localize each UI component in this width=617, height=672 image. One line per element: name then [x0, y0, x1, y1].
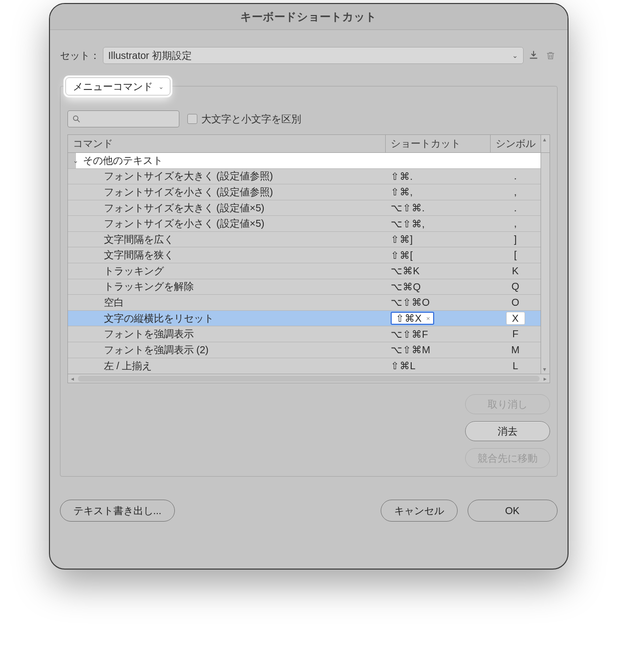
- set-row: セット： Illustrator 初期設定 ⌄: [60, 47, 558, 64]
- symbol-edit-field[interactable]: X: [506, 312, 525, 325]
- shortcut-label: ⇧⌘]: [391, 233, 414, 245]
- scroll-left-icon: ◂: [68, 375, 77, 382]
- export-text-button[interactable]: テキスト書き出し...: [60, 500, 175, 522]
- dialog-titlebar: キーボードショートカット: [50, 4, 568, 30]
- table-row[interactable]: 文字の縦横比をリセット⇧⌘X×X: [68, 311, 541, 327]
- save-set-button[interactable]: [527, 48, 541, 62]
- goto-conflict-button[interactable]: 競合先に移動: [465, 448, 550, 468]
- shortcut-label: ⌥⌘K: [391, 265, 420, 277]
- shortcut-label: ⌥⇧⌘,: [391, 218, 426, 230]
- symbol-label: K: [512, 265, 519, 277]
- chevron-down-icon: ⌄: [512, 51, 518, 59]
- shortcut-label: ⇧⌘,: [391, 186, 414, 198]
- case-sensitive-checkbox[interactable]: 大文字と小文字を区別: [187, 112, 301, 126]
- table-row[interactable]: フォントサイズを大きく (設定値×5)⌥⇧⌘..: [68, 200, 541, 216]
- scroll-track: [78, 376, 540, 382]
- trash-icon: [546, 50, 556, 61]
- chevron-down-icon: ⌄: [158, 83, 164, 90]
- table-row[interactable]: フォントサイズを小さく (設定値×5)⌥⇧⌘,,: [68, 216, 541, 232]
- category-select[interactable]: メニューコマンド ⌄: [65, 77, 170, 95]
- table-row[interactable]: 文字間隔を狭く⇧⌘[[: [68, 247, 541, 263]
- shortcut-label: ⇧⌘[: [391, 249, 414, 261]
- table-body: ⌄ その他のテキスト フォントサイズを大きく (設定値参照)⇧⌘..フォントサイ…: [68, 153, 541, 374]
- column-symbol[interactable]: シンボル: [491, 135, 541, 152]
- category-select-value: メニューコマンド: [73, 80, 153, 93]
- command-label: 文字間隔を狭く: [104, 248, 174, 262]
- symbol-label: ,: [514, 218, 517, 229]
- command-label: フォントサイズを大きく (設定値×5): [104, 201, 265, 215]
- dialog-content: セット： Illustrator 初期設定 ⌄: [50, 30, 568, 569]
- shortcut-label: ⌥⇧⌘M: [391, 344, 431, 356]
- set-label: セット：: [60, 49, 100, 62]
- shortcuts-table: コマンド ショートカット シンボル ▴ ⌄ その他のテキスト: [67, 134, 550, 383]
- column-command[interactable]: コマンド: [68, 135, 386, 152]
- symbol-label: [: [514, 249, 517, 261]
- command-label: 文字間隔を広く: [104, 233, 174, 246]
- command-label: フォントを強調表示: [104, 327, 194, 341]
- scroll-down-icon: ▾: [543, 366, 546, 373]
- command-label: トラッキング: [104, 264, 164, 278]
- symbol-label: F: [512, 328, 518, 340]
- table-row[interactable]: フォントサイズを小さく (設定値参照)⇧⌘,,: [68, 184, 541, 200]
- table-row[interactable]: フォントを強調表示 (2)⌥⇧⌘MM: [68, 342, 541, 358]
- symbol-label: L: [513, 360, 518, 372]
- set-select-value: Illustrator 初期設定: [108, 49, 192, 62]
- symbol-label: .: [514, 202, 517, 214]
- svg-point-0: [73, 116, 78, 120]
- group-row[interactable]: ⌄ その他のテキスト: [68, 153, 541, 169]
- table-row[interactable]: フォントを強調表示⌥⇧⌘FF: [68, 326, 541, 342]
- shortcut-label: ⇧⌘.: [391, 170, 414, 182]
- horizontal-scrollbar[interactable]: ◂ ▸: [68, 374, 550, 383]
- vertical-scrollbar[interactable]: ▾: [541, 153, 550, 374]
- table-header: コマンド ショートカット シンボル ▴: [68, 135, 550, 153]
- ok-button[interactable]: OK: [468, 500, 558, 522]
- download-icon: [528, 50, 539, 61]
- set-select[interactable]: Illustrator 初期設定 ⌄: [103, 47, 524, 64]
- search-row: 大文字と小文字を区別: [67, 110, 550, 127]
- scroll-up-icon: ▴: [543, 136, 546, 143]
- side-buttons: 取り消し 消去 競合先に移動: [67, 394, 550, 468]
- shortcut-edit-field[interactable]: ⇧⌘X×: [391, 312, 434, 325]
- search-icon: [72, 114, 81, 123]
- command-label: フォントサイズを小さく (設定値×5): [104, 217, 265, 230]
- symbol-label: M: [511, 344, 520, 356]
- case-sensitive-label: 大文字と小文字を区別: [201, 112, 301, 126]
- shortcut-label: ⌥⇧⌘F: [391, 328, 429, 340]
- dialog-footer: テキスト書き出し... キャンセル OK: [60, 500, 558, 522]
- column-shortcut[interactable]: ショートカット: [386, 135, 491, 152]
- clear-button[interactable]: 消去: [465, 421, 550, 441]
- command-label: 左 / 上揃え: [104, 359, 152, 373]
- scroll-right-icon: ▸: [541, 375, 550, 382]
- vertical-scrollbar-header[interactable]: ▴: [541, 135, 550, 152]
- command-label: 空白: [104, 296, 124, 309]
- cancel-button[interactable]: キャンセル: [381, 500, 458, 522]
- shortcuts-group: メニューコマンド ⌄ 大文字と小文字を区別: [60, 86, 558, 477]
- shortcut-label: ⌥⌘Q: [391, 281, 422, 293]
- symbol-label: ]: [514, 234, 517, 245]
- undo-button[interactable]: 取り消し: [465, 394, 550, 414]
- chevron-down-icon: ⌄: [72, 157, 80, 164]
- table-row[interactable]: 空白⌥⇧⌘OO: [68, 295, 541, 311]
- clear-shortcut-icon[interactable]: ×: [426, 315, 431, 322]
- table-row[interactable]: 左 / 上揃え⇧⌘LL: [68, 358, 541, 374]
- shortcut-label: ⌥⇧⌘O: [391, 296, 431, 308]
- table-row[interactable]: 文字間隔を広く⇧⌘]]: [68, 232, 541, 248]
- shortcut-label: ⇧⌘L: [391, 360, 416, 372]
- symbol-label: O: [512, 297, 520, 308]
- table-row[interactable]: トラッキング⌥⌘KK: [68, 263, 541, 279]
- table-row[interactable]: トラッキングを解除⌥⌘QQ: [68, 279, 541, 295]
- delete-set-button[interactable]: [544, 48, 558, 62]
- command-label: トラッキングを解除: [104, 280, 194, 293]
- command-label: フォントを強調表示 (2): [104, 343, 209, 357]
- dialog-title: キーボードショートカット: [240, 9, 377, 24]
- command-label: フォントサイズを大きく (設定値参照): [104, 169, 273, 183]
- search-input[interactable]: [67, 110, 179, 127]
- table-row[interactable]: フォントサイズを大きく (設定値参照)⇧⌘..: [68, 169, 541, 185]
- command-label: フォントサイズを小さく (設定値参照): [104, 185, 273, 199]
- command-label: 文字の縦横比をリセット: [104, 312, 214, 325]
- checkbox-icon: [187, 114, 197, 124]
- shortcut-label: ⌥⇧⌘.: [391, 202, 426, 214]
- symbol-label: .: [514, 170, 517, 182]
- keyboard-shortcuts-dialog: キーボードショートカット セット： Illustrator 初期設定 ⌄: [49, 3, 569, 570]
- group-name: その他のテキスト: [83, 154, 163, 167]
